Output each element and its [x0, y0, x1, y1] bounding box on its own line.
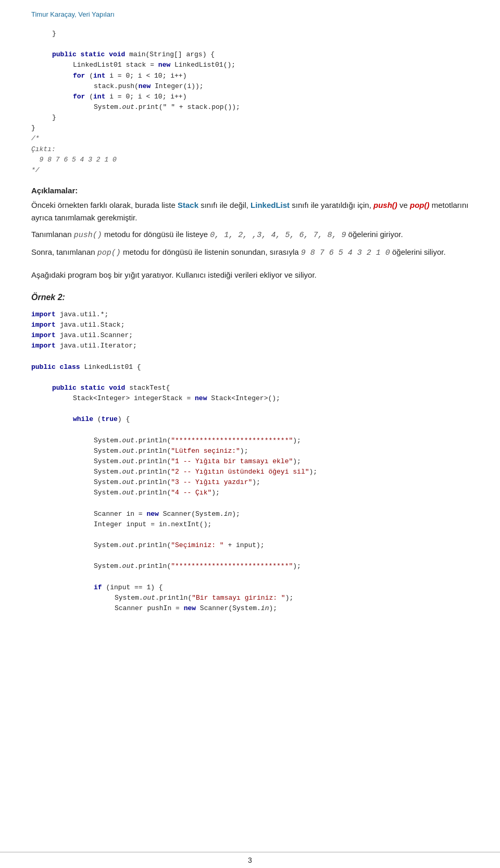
code-line: System.out.println("2 -- Yığıtın üstünde…: [94, 467, 469, 477]
page-number: 3: [248, 856, 252, 864]
code-line: [31, 530, 469, 540]
ornek2-label: Örnek 2:: [31, 293, 469, 302]
explanation-para1: Önceki örnekten farklı olarak, burada li…: [31, 199, 469, 224]
code-line: stack.push(new Integer(i));: [94, 81, 469, 92]
explanation-para2: Tanımlanan push() metodu for döngüsü ile…: [31, 228, 469, 242]
code-line: Çıktı:: [31, 144, 469, 155]
code-line: import java.util.Stack;: [31, 320, 469, 330]
code-line: public static void stackTest{: [52, 383, 469, 393]
code-line: [31, 572, 469, 582]
code-line: [31, 551, 469, 561]
page-container: Timur Karaçay, Veri Yapıları } public st…: [0, 0, 500, 649]
code-line: }: [52, 113, 469, 123]
code-line: [31, 499, 469, 509]
code-line: [31, 39, 469, 49]
page-header: Timur Karaçay, Veri Yapıları: [31, 10, 469, 18]
aciklamalar-section: Açıklamalar: Önceki örnekten farklı olar…: [31, 186, 469, 302]
code-line: Scanner in = new Scanner(System.in);: [94, 509, 469, 519]
explanation-para3: Sonra, tanımlanan pop() metodu for döngü…: [31, 246, 469, 259]
code-line: System.out.println("3 -- Yığıtı yazdır")…: [94, 477, 469, 488]
code-block-2: import java.util.*; import java.util.Sta…: [31, 309, 469, 614]
code-block-1: } public static void main(String[] args)…: [31, 29, 469, 176]
code-line: }: [52, 29, 469, 39]
code-line: 9 8 7 6 5 4 3 2 1 0: [31, 155, 469, 165]
code-line: System.out.println("Lütfen seçiniz:");: [94, 446, 469, 456]
code-line: for (int i = 0; i < 10; i++): [73, 92, 469, 102]
code-line: System.out.println("4 -- Çık");: [94, 488, 469, 498]
code-line: if (input == 1) {: [94, 582, 469, 593]
code-line: Integer input = in.nextInt();: [94, 519, 469, 530]
code-line: [31, 373, 469, 383]
code-line: System.out.println("********************…: [94, 436, 469, 446]
code-line-while: while (true) {: [73, 414, 469, 425]
code-line: }: [31, 123, 469, 133]
code-line: [31, 352, 469, 362]
code-line: [31, 404, 469, 414]
explanation-para4: Aşağıdaki program boş bir yığıt yaratıyo…: [31, 269, 469, 281]
code-line: import java.util.Iterator;: [31, 341, 469, 351]
aciklamalar-label: Açıklamalar:: [31, 186, 469, 195]
code-line: System.out.print(" " + stack.pop());: [94, 102, 469, 113]
header-title: Timur Karaçay, Veri Yapıları: [31, 10, 115, 18]
code-line: Scanner pushIn = new Scanner(System.in);: [115, 603, 469, 614]
code-line: System.out.println("1 -- Yığıta bir tams…: [94, 456, 469, 467]
code-line: System.out.println("Seçiminiz: " + input…: [94, 540, 469, 551]
code-line: import java.util.*;: [31, 309, 469, 320]
code-line: for (int i = 0; i < 10; i++): [73, 71, 469, 81]
code-line: public class LinkedList01 {: [31, 362, 469, 373]
code-line: */: [31, 165, 469, 176]
code-line: /*: [31, 133, 469, 144]
code-line: LinkedList01 stack = new LinkedList01();: [73, 60, 469, 70]
code-line: System.out.println("Bir tamsayı giriniz:…: [115, 593, 469, 603]
code-line: System.out.println("********************…: [94, 561, 469, 572]
code-line: public static void main(String[] args) {: [52, 49, 469, 60]
code-line: [31, 425, 469, 436]
code-line: Stack<Integer> integerStack = new Stack<…: [73, 393, 469, 404]
code-line: import java.util.Scanner;: [31, 330, 469, 341]
